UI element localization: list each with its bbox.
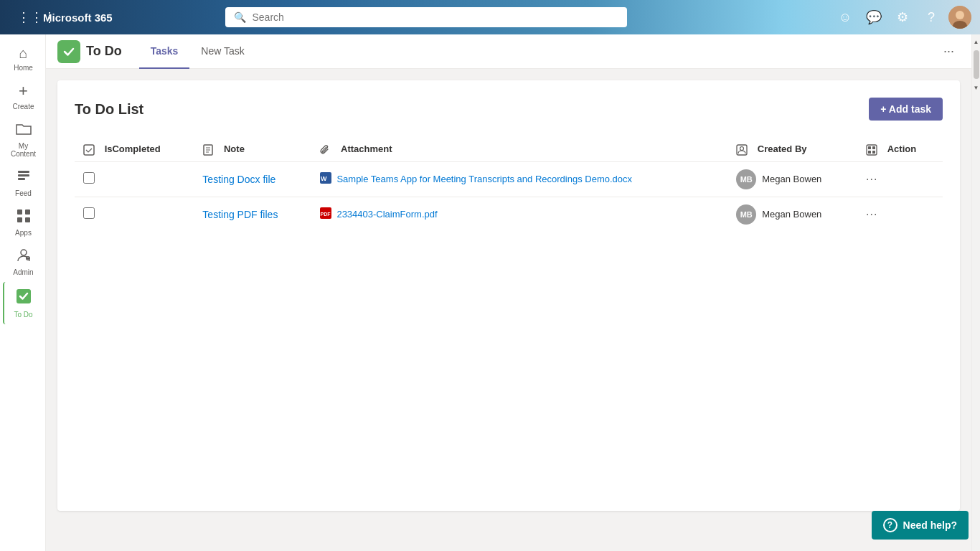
cell-created-by-1: MBMegan Bowen [727,161,857,197]
scroll-track: ▲ ▼ [971,34,980,551]
tabbar-more-button[interactable]: ··· [938,41,960,62]
attachment-link-2[interactable]: PDF 2334403-ClaimForm.pdf [319,207,719,222]
svg-point-1 [956,11,964,19]
cell-note-1: Testing Docx file [194,161,311,197]
create-icon: + [19,83,28,99]
cell-is-completed-2 [75,197,194,232]
svg-rect-15 [84,145,94,155]
topbar: ⋮⋮⋮ Microsoft 365 🔍 ☺ 💬 ⚙ ? [0,0,980,34]
svg-rect-4 [18,174,29,176]
sidebar-item-my-content[interactable]: My Content [3,116,43,164]
admin-icon [17,248,31,265]
sidebar-item-create[interactable]: + Create [3,77,43,116]
cell-created-by-2: MBMegan Bowen [727,197,857,232]
main-layout: ⌂ Home + Create My Content Feed [0,34,980,551]
app-header: To Do [57,40,122,63]
svg-rect-26 [872,151,875,154]
col-action: Action [857,138,943,161]
emoji-icon[interactable]: ☺ [834,6,857,29]
folder-icon [16,122,32,138]
help-icon[interactable]: ? [920,6,943,29]
add-task-button[interactable]: + Add task [869,98,943,121]
checkbox-2[interactable] [83,207,95,219]
cell-is-completed-1 [75,161,194,197]
card-title: To Do List [75,101,143,118]
note-link-1[interactable]: Testing Docx file [202,174,275,185]
completed-col-icon [83,143,100,154]
svg-rect-5 [18,178,25,180]
home-icon: ⌂ [19,46,27,60]
waffle-icon[interactable]: ⋮⋮⋮ [17,9,34,25]
brand-name: Microsoft 365 [43,11,113,24]
apps-icon [17,209,31,225]
word-file-icon-1: W [319,171,332,187]
action-dots-1[interactable]: ··· [866,173,877,185]
table-row: Testing PDF files PDF 2334403-ClaimForm.… [75,197,943,232]
col-note: Note [194,138,311,161]
cell-attachment-1: W Sample Teams App for Meeting Transcrip… [311,161,727,197]
scroll-thumb[interactable] [974,50,979,79]
search-input[interactable] [252,11,618,23]
sidebar-item-apps[interactable]: Apps [3,203,43,242]
topbar-actions: ☺ 💬 ⚙ ? [834,6,971,29]
tab-new-task[interactable]: New Task [189,34,255,69]
svg-point-11 [26,256,30,260]
tabbar: To Do Tasks New Task ··· [46,34,971,69]
cell-note-2: Testing PDF files [194,197,311,232]
svg-rect-24 [872,146,875,149]
main-content: To Do List + Add task [46,69,971,551]
task-table: IsCompleted [75,138,943,232]
search-bar: 🔍 [225,7,627,27]
avatar[interactable] [948,6,971,29]
svg-text:W: W [321,175,327,182]
settings-icon[interactable]: ⚙ [891,6,914,29]
note-col-icon [202,143,220,154]
sidebar-item-admin[interactable]: Admin [3,242,43,282]
scroll-up-button[interactable]: ▲ [972,36,981,47]
checkbox-1[interactable] [83,172,95,184]
note-link-2[interactable]: Testing PDF files [202,209,278,220]
svg-rect-6 [17,209,22,215]
action-dots-2[interactable]: ··· [866,208,877,220]
scroll-down-button[interactable]: ▼ [972,82,981,93]
svg-rect-23 [868,146,871,149]
svg-text:PDF: PDF [321,212,331,217]
card-header: To Do List + Add task [75,98,943,121]
col-created-by: Created By [727,138,857,161]
table-header-row: IsCompleted [75,138,943,161]
attachment-link-1[interactable]: W Sample Teams App for Meeting Transcrip… [319,171,719,187]
search-icon: 🔍 [234,11,246,23]
col-is-completed: IsCompleted [75,138,194,161]
cell-action-1: ··· [857,161,943,197]
app-check-icon [57,40,80,63]
svg-rect-8 [17,217,22,222]
pdf-file-icon-2: PDF [319,207,332,222]
table-row: Testing Docx file W Sample Teams App for… [75,161,943,197]
col-attachment: Attachment [311,138,727,161]
attachment-col-icon [319,143,336,154]
tab-tasks[interactable]: Tasks [139,34,190,69]
action-col-icon [866,143,883,154]
sidebar: ⌂ Home + Create My Content Feed [0,34,46,551]
svg-rect-9 [25,217,30,222]
todo-card: To Do List + Add task [57,80,960,511]
svg-rect-3 [18,171,29,173]
svg-rect-7 [25,209,30,215]
cell-action-2: ··· [857,197,943,232]
svg-point-10 [21,250,27,255]
feed-icon [17,169,31,186]
svg-rect-22 [867,145,877,155]
need-help-button[interactable]: ? Need help? [872,511,969,540]
creator-name-2: Megan Bowen [762,209,821,220]
app-title: To Do [86,44,122,59]
cell-attachment-2: PDF 2334403-ClaimForm.pdf [311,197,727,232]
chat-icon[interactable]: 💬 [862,6,885,29]
sidebar-item-todo[interactable]: To Do [3,282,43,324]
svg-rect-25 [868,151,871,154]
content-area: To Do Tasks New Task ··· To Do List + Ad… [46,34,971,551]
creator-avatar-2: MB [736,204,756,225]
creator-avatar-1: MB [736,169,756,189]
sidebar-item-home[interactable]: ⌂ Home [3,40,43,77]
sidebar-item-feed[interactable]: Feed [3,164,43,203]
svg-point-21 [740,146,744,150]
